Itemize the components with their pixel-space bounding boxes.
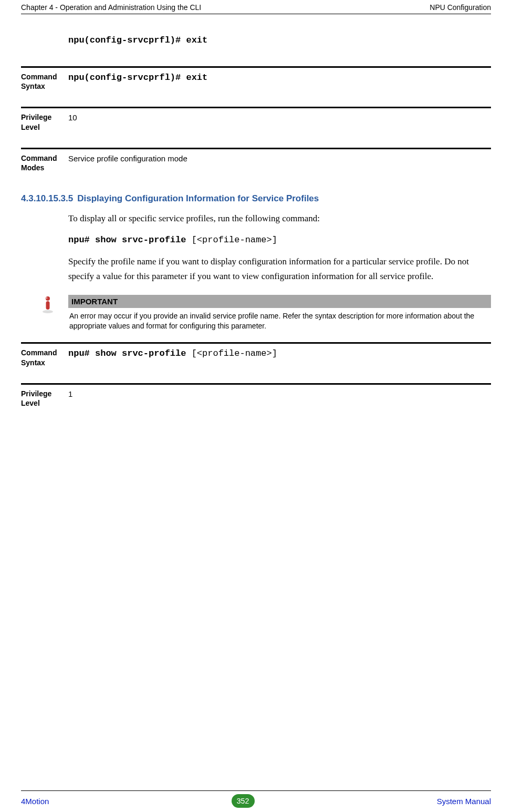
page-footer: 4Motion 352 System Manual [21, 790, 491, 808]
def-label: Command Syntax [21, 348, 68, 367]
def-label: Privilege Level [21, 112, 68, 131]
section-number: 4.3.10.15.3.5 [21, 193, 73, 204]
footer-rule [21, 790, 491, 791]
header-rule [21, 14, 491, 14]
important-block: IMPORTANT An error may occur if you prov… [40, 295, 491, 331]
show-command-bold: npu# show srvc-profile [68, 235, 192, 245]
def-label: Command Syntax [21, 72, 68, 91]
def-value: npu(config-srvcprfl)# exit [68, 72, 491, 91]
def-label: Privilege Level [21, 389, 68, 408]
def-value: 1 [68, 389, 491, 408]
footer-right: System Manual [437, 797, 491, 806]
def-privilege-level-1: Privilege Level 10 [21, 107, 491, 147]
def-label: Command Modes [21, 153, 68, 172]
svg-point-0 [43, 310, 53, 313]
show-command-arg: [<profile-name>] [192, 235, 277, 245]
svg-point-3 [46, 297, 47, 299]
info-icon [40, 295, 68, 331]
def-privilege-level-2: Privilege Level 1 [21, 383, 491, 424]
paragraph: Specify the profile name if you want to … [68, 254, 491, 283]
header-right: NPU Configuration [430, 3, 491, 12]
def-value-bold: npu# show srvc-profile [68, 348, 192, 358]
def-value: 10 [68, 112, 491, 131]
svg-rect-2 [46, 301, 50, 310]
def-value: Service profile configuration mode [68, 153, 491, 172]
section-heading: 4.3.10.15.3.5 Displaying Configuration I… [21, 193, 491, 204]
def-command-syntax-1: Command Syntax npu(config-srvcprfl)# exi… [21, 66, 491, 107]
page-number-badge: 352 [232, 794, 255, 808]
def-command-modes: Command Modes Service profile configurat… [21, 148, 491, 188]
section-title: Displaying Configuration Information for… [77, 193, 319, 204]
paragraph: To display all or specific service profi… [68, 211, 491, 225]
page-header: Chapter 4 - Operation and Administration… [21, 0, 491, 14]
footer-left: 4Motion [21, 797, 49, 806]
def-value-arg: [<profile-name>] [192, 348, 277, 358]
def-command-syntax-2: Command Syntax npu# show srvc-profile [<… [21, 342, 491, 383]
top-command-code: npu(config-srvcprfl)# exit [68, 35, 491, 45]
important-text: An error may occur if you provide an inv… [68, 311, 491, 331]
header-left: Chapter 4 - Operation and Administration… [21, 3, 201, 12]
def-value: npu# show srvc-profile [<profile-name>] [68, 348, 491, 367]
important-label: IMPORTANT [68, 295, 491, 308]
show-command: npu# show srvc-profile [<profile-name>] [68, 235, 491, 245]
